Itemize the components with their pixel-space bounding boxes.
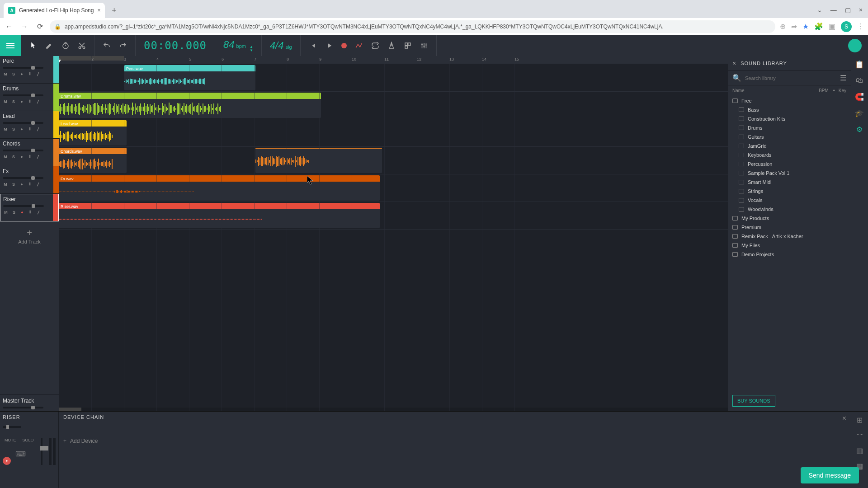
solo-button[interactable]: S (11, 182, 16, 187)
mute-button[interactable]: M (3, 210, 9, 215)
loop-icon[interactable] (371, 42, 379, 50)
library-folder-item[interactable]: Woodwinds (728, 205, 851, 214)
library-folder-item[interactable]: Percussion (728, 160, 851, 169)
add-track-button[interactable]: +Add Track (0, 221, 59, 251)
track-lane[interactable]: Chords.wav (59, 147, 728, 174)
track-lane[interactable]: Riser.wav (59, 202, 728, 230)
eq-icon[interactable]: ⦀ (27, 154, 33, 159)
arm-button[interactable]: ● (19, 72, 24, 76)
shop-icon[interactable]: 🛍 (855, 76, 864, 85)
column-bpm[interactable]: BPM (819, 88, 829, 93)
library-folder-item[interactable]: JamGrid (728, 141, 851, 150)
share-icon[interactable]: ➦ (791, 22, 797, 31)
mute-button[interactable]: M (3, 72, 8, 76)
library-folder-item[interactable]: Drums (728, 123, 851, 132)
track-header[interactable]: Chords M S ● ⦀ 〳 (0, 139, 59, 166)
library-folder-item[interactable]: Demo Projects (728, 250, 851, 259)
library-folder-item[interactable]: Free (728, 96, 851, 105)
solo-button[interactable]: S (11, 99, 16, 104)
column-name[interactable]: Name (732, 88, 819, 93)
browser-tab[interactable]: A Generated Lo-Fi Hip Hop Song × (4, 3, 105, 18)
close-library-icon[interactable]: × (732, 60, 736, 67)
piano-roll-icon[interactable]: ▥ (855, 446, 864, 455)
audio-clip[interactable]: Chords.wav (59, 148, 127, 173)
timeline-ruler[interactable]: 123456789101112131415 (59, 56, 728, 64)
master-track-header[interactable]: Master Track (0, 394, 59, 411)
piano-icon[interactable]: ⌨ (15, 450, 26, 465)
arm-button[interactable]: ● (19, 210, 25, 215)
undo-icon[interactable] (103, 42, 111, 50)
bpm-stepper-icon[interactable]: ▲▼ (250, 45, 253, 52)
mute-button[interactable]: M (3, 99, 8, 104)
magnet-icon[interactable]: 🧲 (855, 92, 864, 101)
notes-icon[interactable]: 📋 (855, 60, 864, 69)
chevron-down-icon[interactable]: ⌄ (817, 6, 822, 14)
learn-icon[interactable]: 🎓 (855, 108, 864, 117)
filter-icon[interactable]: ☰ (840, 74, 846, 82)
library-search-input[interactable] (745, 75, 836, 81)
track-lane[interactable]: Drums.wav (59, 92, 728, 119)
audio-clip[interactable]: Perc.wav (124, 65, 255, 90)
automation-icon[interactable]: 〳 (36, 210, 41, 215)
eq-icon[interactable]: ⦀ (27, 71, 33, 76)
cut-tool-icon[interactable] (78, 42, 86, 50)
eq-icon[interactable]: ⦀ (27, 182, 33, 187)
audio-clip[interactable]: Riser.wav (59, 203, 380, 228)
arm-button[interactable]: ● (19, 155, 24, 159)
sidepanel-icon[interactable]: ▣ (829, 22, 835, 31)
play-icon[interactable] (325, 42, 333, 50)
arm-button[interactable]: ● (19, 99, 24, 104)
close-window-icon[interactable]: × (859, 6, 863, 14)
pointer-tool-icon[interactable] (29, 42, 37, 50)
scrollbar-thumb[interactable] (59, 408, 81, 411)
install-icon[interactable]: ⊕ (780, 22, 786, 31)
address-bar[interactable]: 🔒 app.ampedstudio.com/?_gl=1*zkt20c*_ga*… (50, 20, 775, 33)
volume-fader[interactable] (41, 438, 42, 465)
solo-button[interactable]: S (11, 210, 17, 215)
track-header[interactable]: Riser M S ● ⦀ 〳 (0, 194, 59, 221)
profile-avatar[interactable]: S (841, 21, 852, 32)
main-menu-button[interactable] (0, 35, 21, 56)
automation-icon[interactable]: 〳 (35, 99, 41, 104)
library-folder-item[interactable]: Smart Midi (728, 178, 851, 187)
library-folder-item[interactable]: Premium (728, 223, 851, 232)
ai-icon[interactable]: ⚙ (855, 125, 864, 134)
solo-button[interactable]: S (11, 155, 16, 159)
library-folder-item[interactable]: Remix Pack - Artik x Kacher (728, 232, 851, 241)
library-folder-item[interactable]: Construction Kits (728, 114, 851, 123)
add-device-button[interactable]: + Add Device (63, 438, 846, 444)
automation-icon[interactable] (355, 42, 363, 50)
send-message-button[interactable]: Send message (801, 467, 859, 483)
track-header[interactable]: Drums M S ● ⦀ 〳 (0, 84, 59, 111)
library-folder-item[interactable]: Strings (728, 187, 851, 196)
solo-button[interactable]: S (11, 72, 16, 76)
audio-clip[interactable]: Fx.wav (59, 175, 380, 201)
library-folder-item[interactable]: Vocals (728, 196, 851, 205)
eq-icon[interactable]: ⦀ (27, 127, 33, 131)
column-key[interactable]: Key (839, 88, 846, 93)
mute-button[interactable]: M (3, 155, 8, 159)
record-icon[interactable] (341, 43, 347, 48)
track-volume-slider[interactable] (3, 94, 43, 96)
library-folder-item[interactable]: Guitars (728, 132, 851, 141)
bookmark-icon[interactable]: ★ (802, 22, 809, 31)
audio-clip[interactable]: Drums.wav (59, 93, 321, 118)
pencil-tool-icon[interactable] (45, 42, 53, 50)
user-avatar[interactable] (848, 39, 862, 52)
audio-clip[interactable]: Lead.wav (59, 120, 127, 145)
playhead[interactable] (59, 56, 59, 411)
automation-icon[interactable]: 〳 (35, 127, 41, 131)
track-lane[interactable]: Fx.wav (59, 174, 728, 202)
library-folder-item[interactable]: My Files (728, 241, 851, 250)
library-folder-item[interactable]: Keyboards (728, 150, 851, 160)
automation-icon[interactable]: 〳 (35, 72, 41, 76)
track-header[interactable]: Lead M S ● ⦀ 〳 (0, 111, 59, 139)
eq-icon[interactable]: ⦀ (27, 99, 33, 104)
track-volume-slider[interactable] (3, 177, 43, 179)
mute-button[interactable]: MUTE (3, 437, 18, 443)
mixer-icon[interactable] (420, 42, 428, 50)
close-tab-icon[interactable]: × (97, 7, 100, 14)
buy-sounds-button[interactable]: BUY SOUNDS (732, 395, 775, 407)
mute-button[interactable]: M (3, 127, 8, 131)
minimize-icon[interactable]: — (830, 6, 837, 14)
